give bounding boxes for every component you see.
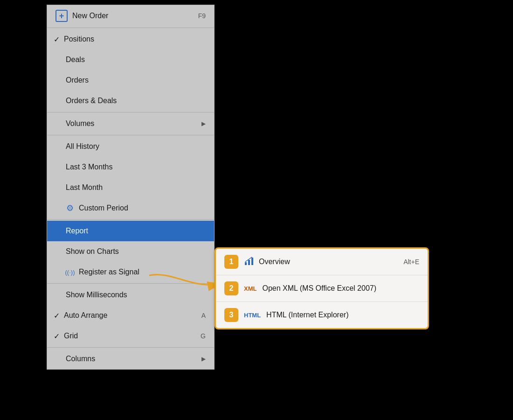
custom-period-label: Custom Period bbox=[79, 204, 206, 212]
context-menu: + New Order F9 ✓ Positions Deals Orders … bbox=[47, 5, 215, 370]
xml-icon: XML bbox=[244, 285, 256, 292]
last-month-label: Last Month bbox=[66, 183, 206, 192]
volumes-label: Volumes bbox=[66, 119, 201, 128]
svg-rect-3 bbox=[251, 258, 253, 265]
orders-label: Orders bbox=[66, 76, 206, 84]
deals-label: Deals bbox=[66, 56, 206, 64]
report-label: Report bbox=[66, 227, 206, 235]
submenu-num-3: 3 bbox=[224, 308, 238, 322]
menu-item-deals[interactable]: Deals bbox=[47, 49, 214, 70]
check-icon: ✓ bbox=[54, 35, 64, 44]
menu-item-show-on-charts[interactable]: Show on Charts bbox=[47, 241, 214, 262]
new-order-shortcut: F9 bbox=[198, 12, 206, 20]
menu-item-orders-deals[interactable]: Orders & Deals bbox=[47, 91, 214, 111]
auto-arrange-shortcut: A bbox=[201, 312, 206, 319]
menu-item-volumes[interactable]: Volumes ▶ bbox=[47, 113, 214, 134]
html-icon: HTML bbox=[244, 312, 261, 319]
menu-item-orders[interactable]: Orders bbox=[47, 70, 214, 91]
submenu-item-overview[interactable]: 1 Overview Alt+E bbox=[216, 249, 428, 275]
all-history-label: All History bbox=[66, 142, 206, 151]
check-icon: ✓ bbox=[54, 311, 64, 320]
submenu-item-open-xml[interactable]: 2 XML Open XML (MS Office Excel 2007) bbox=[216, 275, 428, 302]
divider bbox=[47, 347, 214, 348]
svg-rect-2 bbox=[248, 260, 250, 265]
positions-label: Positions bbox=[64, 35, 206, 43]
orders-deals-label: Orders & Deals bbox=[66, 97, 206, 105]
grid-shortcut: G bbox=[201, 332, 206, 340]
submenu-item-html-ie[interactable]: 3 HTML HTML (Internet Explorer) bbox=[216, 302, 428, 328]
menu-item-new-order[interactable]: + New Order F9 bbox=[47, 5, 214, 27]
columns-label: Columns bbox=[66, 355, 201, 363]
submenu-num-2: 2 bbox=[224, 281, 238, 295]
overview-icon bbox=[244, 256, 254, 268]
menu-item-all-history[interactable]: All History bbox=[47, 136, 214, 157]
menu-item-last-3-months[interactable]: Last 3 Months bbox=[47, 157, 214, 177]
plus-box-icon: + bbox=[55, 10, 68, 22]
html-ie-label: HTML (Internet Explorer) bbox=[266, 311, 419, 319]
last-3-months-label: Last 3 Months bbox=[66, 163, 206, 171]
menu-item-report[interactable]: Report bbox=[47, 221, 214, 241]
menu-item-last-month[interactable]: Last Month bbox=[47, 177, 214, 198]
menu-item-custom-period[interactable]: ⚙ Custom Period bbox=[47, 198, 214, 218]
menu-item-columns[interactable]: Columns ▶ bbox=[47, 349, 214, 369]
show-on-charts-label: Show on Charts bbox=[66, 247, 206, 256]
overview-label: Overview bbox=[259, 258, 403, 266]
gear-icon: ⚙ bbox=[66, 203, 74, 213]
submenu-num-1: 1 bbox=[224, 255, 238, 269]
grid-label: Grid bbox=[64, 332, 187, 340]
divider bbox=[47, 219, 214, 220]
menu-item-auto-arrange[interactable]: ✓ Auto Arrange A bbox=[47, 305, 214, 326]
menu-item-grid[interactable]: ✓ Grid G bbox=[47, 326, 214, 346]
menu-item-positions[interactable]: ✓ Positions bbox=[47, 29, 214, 49]
divider bbox=[47, 28, 214, 28]
svg-rect-1 bbox=[245, 262, 247, 265]
overview-shortcut: Alt+E bbox=[403, 258, 419, 266]
auto-arrange-label: Auto Arrange bbox=[64, 311, 187, 320]
open-xml-label: Open XML (MS Office Excel 2007) bbox=[262, 284, 419, 293]
new-order-label: New Order bbox=[72, 12, 184, 20]
divider bbox=[47, 135, 214, 135]
arrow-right-icon: ▶ bbox=[201, 356, 206, 362]
divider bbox=[47, 112, 214, 112]
signal-icon: ((·)) bbox=[65, 269, 75, 276]
submenu-panel: 1 Overview Alt+E 2 XML Open XML (MS Offi… bbox=[215, 247, 429, 329]
check-icon: ✓ bbox=[54, 332, 64, 341]
arrow-right-icon: ▶ bbox=[201, 120, 206, 127]
